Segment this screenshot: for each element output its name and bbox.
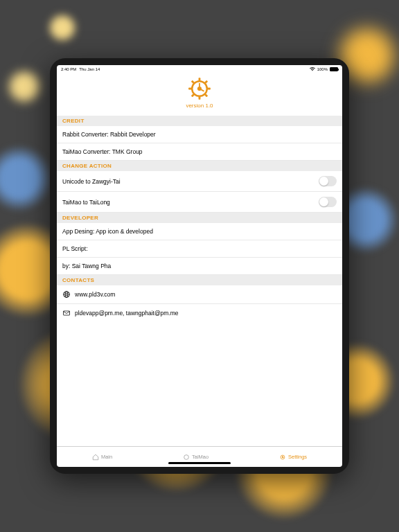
circle-icon	[183, 454, 190, 461]
section-header-credit: CREDIT	[57, 116, 342, 126]
tab-taimao[interactable]: TaiMao	[183, 454, 209, 461]
contacts-website-row[interactable]: www.pld3v.com	[57, 285, 342, 304]
section-header-contacts: CONTACTS	[57, 275, 342, 285]
tab-main[interactable]: Main	[92, 454, 112, 461]
status-date: Thu Jan 14	[79, 67, 100, 71]
credit-row-0: Rabbit Converter: Rabbit Developer	[57, 126, 342, 143]
developer-text-2: by: Sai Tawng Pha	[62, 263, 111, 269]
status-bar: 2:40 PM Thu Jan 14 100%	[57, 65, 342, 73]
contacts-website-text: www.pld3v.com	[75, 291, 115, 298]
developer-text-0: App Desing: App icon & developed	[62, 228, 153, 235]
change-action-label-0: Unicode to Zawgyi-Tai	[62, 178, 121, 185]
svg-rect-5	[199, 97, 201, 100]
section-header-change-action: CHANGE ACTION	[57, 161, 342, 171]
header: version 1.0	[57, 73, 342, 116]
toggle-unicode-zawgyi[interactable]	[319, 176, 337, 186]
tab-settings-label: Settings	[288, 454, 307, 460]
developer-text-1: PL Script:	[62, 245, 88, 252]
mail-icon	[62, 309, 71, 317]
section-header-developer: DEVELOPER	[57, 213, 342, 223]
home-icon	[92, 454, 99, 461]
developer-row-2: by: Sai Tawng Pha	[57, 258, 342, 275]
tab-bar: Main TaiMao Settings	[57, 446, 342, 467]
status-time: 2:40 PM	[61, 67, 76, 71]
svg-rect-7	[208, 88, 211, 90]
tab-taimao-label: TaiMao	[192, 454, 209, 460]
svg-rect-4	[199, 78, 201, 80]
developer-row-1: PL Script:	[57, 240, 342, 258]
version-label: version 1.0	[186, 103, 213, 109]
tab-settings[interactable]: Settings	[279, 454, 307, 461]
battery-percent: 100%	[317, 67, 328, 71]
credit-text-1: TaiMao Converter: TMK Group	[62, 148, 143, 155]
settings-tab-icon	[279, 454, 286, 461]
credit-row-1: TaiMao Converter: TMK Group	[57, 143, 342, 161]
change-action-label-1: TaiMao to TaiLong	[62, 199, 110, 206]
svg-rect-6	[188, 88, 191, 90]
svg-point-16	[184, 454, 189, 459]
contacts-email-text: pldevapp@pm.me, tawngphait@pm.me	[75, 310, 179, 317]
change-action-row-1: TaiMao to TaiLong	[57, 192, 342, 213]
tab-main-label: Main	[101, 454, 112, 460]
toggle-taimao-tailong[interactable]	[319, 197, 337, 207]
globe-icon	[62, 290, 71, 299]
gear-icon	[187, 76, 212, 101]
svg-rect-15	[64, 311, 70, 315]
wifi-icon	[310, 67, 315, 71]
screen: 2:40 PM Thu Jan 14 100%	[57, 65, 342, 467]
change-action-row-0: Unicode to Zawgyi-Tai	[57, 171, 342, 192]
home-indicator[interactable]	[168, 462, 231, 464]
settings-content: CREDIT Rabbit Converter: Rabbit Develope…	[57, 116, 342, 446]
battery-icon	[330, 67, 338, 71]
developer-row-0: App Desing: App icon & developed	[57, 223, 342, 240]
tablet-device-frame: 2:40 PM Thu Jan 14 100%	[50, 58, 349, 474]
contacts-email-row[interactable]: pldevapp@pm.me, tawngphait@pm.me	[57, 304, 342, 322]
credit-text-0: Rabbit Converter: Rabbit Developer	[62, 131, 156, 138]
